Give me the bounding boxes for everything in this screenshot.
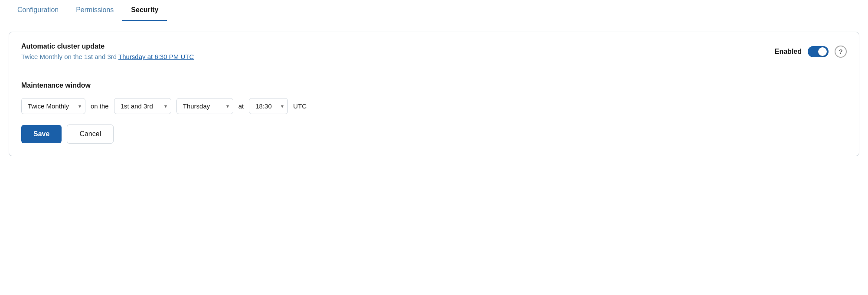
page-container: Configuration Permissions Security Autom… [0, 0, 868, 295]
toggle-track [808, 46, 829, 57]
help-icon[interactable]: ? [835, 46, 847, 58]
frequency-select[interactable]: Weekly Twice Monthly Monthly [21, 98, 85, 114]
cluster-update-subtitle: Twice Monthly on the 1st and 3rd Thursda… [21, 53, 194, 60]
subtitle-link[interactable]: Thursday at 6:30 PM UTC [118, 53, 194, 60]
time-select[interactable]: 00:00 06:00 12:00 18:00 18:30 19:00 [249, 98, 288, 114]
cluster-update-section: Automatic cluster update Twice Monthly o… [9, 32, 859, 71]
cluster-update-left: Automatic cluster update Twice Monthly o… [21, 43, 194, 60]
tabs-bar: Configuration Permissions Security [0, 0, 868, 21]
at-text: at [238, 102, 244, 110]
save-button[interactable]: Save [21, 125, 62, 143]
toggle-switch[interactable] [808, 46, 829, 57]
subtitle-prefix: Twice Monthly on the 1st and 3rd [21, 53, 118, 60]
time-select-wrapper: 00:00 06:00 12:00 18:00 18:30 19:00 ▾ [249, 98, 288, 114]
occurrence-select-wrapper: 1st and 3rd 2nd and 4th ▾ [114, 98, 171, 114]
action-buttons: Save Cancel [21, 125, 847, 144]
toggle-track-wrapper [808, 46, 829, 57]
tab-permissions[interactable]: Permissions [67, 0, 122, 21]
enabled-label: Enabled [775, 48, 802, 56]
cluster-update-title: Automatic cluster update [21, 43, 194, 50]
main-content: Automatic cluster update Twice Monthly o… [0, 21, 868, 167]
day-select[interactable]: Monday Tuesday Wednesday Thursday Friday… [176, 98, 233, 114]
occurrence-select[interactable]: 1st and 3rd 2nd and 4th [114, 98, 171, 114]
maintenance-controls-row: Weekly Twice Monthly Monthly ▾ on the 1s… [21, 98, 847, 114]
tab-security[interactable]: Security [122, 0, 167, 21]
utc-text: UTC [293, 102, 307, 110]
toggle-thumb [818, 47, 827, 56]
frequency-select-wrapper: Weekly Twice Monthly Monthly ▾ [21, 98, 85, 114]
cluster-update-right: Enabled ? [775, 46, 847, 58]
cancel-button[interactable]: Cancel [67, 125, 114, 144]
day-select-wrapper: Monday Tuesday Wednesday Thursday Friday… [176, 98, 233, 114]
tab-configuration[interactable]: Configuration [9, 0, 67, 21]
maintenance-window-title: Maintenance window [21, 82, 847, 89]
maintenance-section: Maintenance window Weekly Twice Monthly … [9, 71, 859, 156]
settings-card: Automatic cluster update Twice Monthly o… [9, 32, 859, 156]
on-the-text: on the [91, 102, 109, 110]
